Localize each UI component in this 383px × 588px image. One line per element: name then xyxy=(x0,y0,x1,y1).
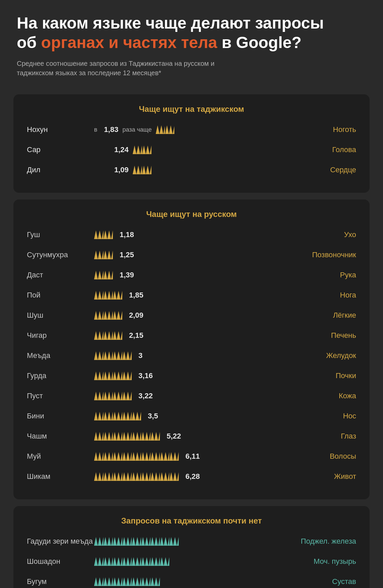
zz-seg xyxy=(94,331,103,340)
bar-value: 3,5 xyxy=(148,412,158,420)
zz-seg xyxy=(103,251,113,259)
zz-seg xyxy=(103,291,113,300)
zz-seg xyxy=(103,230,113,239)
bar-value: 2,09 xyxy=(129,311,143,320)
bar-value: 6,11 xyxy=(185,452,200,461)
header: На каком языке чаще делают запросы об ор… xyxy=(0,0,383,88)
zigzag-bar xyxy=(94,432,160,441)
zz-seg xyxy=(122,351,132,360)
zz-seg xyxy=(113,452,122,461)
zz-seg xyxy=(113,331,122,340)
left-label: Меъда xyxy=(27,351,94,360)
right-label: Живот xyxy=(289,472,356,481)
zz-seg xyxy=(94,371,103,380)
section-tajik-panel: Чаще ищут на таджикском Нохун в 1,83 раз… xyxy=(13,94,370,193)
zigzag-bar xyxy=(94,412,141,420)
left-label: Пуст xyxy=(27,392,94,400)
zz-seg xyxy=(103,392,113,400)
zz-seg xyxy=(151,537,160,546)
right-label: Поджел. железа xyxy=(289,537,356,546)
table-row: Пой 1,85 Нога xyxy=(27,288,356,303)
zz-seg xyxy=(94,230,103,239)
left-label: Гуш xyxy=(27,230,94,239)
main-title: На каком языке чаще делают запросы об ор… xyxy=(17,13,366,52)
zz-seg xyxy=(113,557,122,566)
table-row: Муй 6,11 Волосы xyxy=(27,449,356,464)
left-label: Шошадон xyxy=(27,557,94,566)
zz-seg xyxy=(122,371,132,380)
zz-seg xyxy=(122,452,132,461)
zz-seg xyxy=(94,537,103,546)
zz-seg xyxy=(94,412,103,420)
left-label: Даст xyxy=(27,271,94,279)
section-none-title: Запросов на таджикском почти нет xyxy=(27,516,356,526)
right-label: Моч. пузырь xyxy=(289,557,356,566)
zigzag-bar xyxy=(94,311,122,320)
zigzag-bar xyxy=(94,371,132,380)
left-label: Дил xyxy=(27,166,94,174)
zz-seg xyxy=(122,537,132,546)
table-row: Шуш 2,09 Лёгкие xyxy=(27,308,356,323)
table-row: Нохун в 1,83 раза чаще Ноготь xyxy=(27,122,356,137)
zz-seg xyxy=(122,557,132,566)
center-area: 3,5 xyxy=(94,412,289,420)
zz-seg xyxy=(103,331,113,340)
zz-seg xyxy=(94,271,103,279)
zz-seg xyxy=(94,432,103,441)
table-row: Чашм 5,22 Глаз xyxy=(27,429,356,444)
section-tajik-title: Чаще ищут на таджикском xyxy=(27,104,356,114)
zz-seg xyxy=(94,577,103,586)
table-row: Пуст 3,22 Кожа xyxy=(27,389,356,403)
zz-seg xyxy=(113,432,122,441)
zz-seg xyxy=(103,412,113,420)
center-area: 1,25 xyxy=(94,251,289,259)
table-row: Гурда 3,16 Почки xyxy=(27,368,356,383)
zz-seg xyxy=(169,472,179,481)
center-area: 3,22 xyxy=(94,392,289,400)
right-label: Желудок xyxy=(289,351,356,360)
title-part2: в Google? xyxy=(217,34,301,51)
zigzag-bar xyxy=(94,271,113,279)
zigzag-bar xyxy=(133,166,152,174)
table-row: Чигар 2,15 Печень xyxy=(27,328,356,343)
zz-seg xyxy=(122,577,132,586)
zz-seg xyxy=(103,472,113,481)
subtitle: Среднее соотношение запросов из Таджикис… xyxy=(17,59,218,78)
table-row: Шошадон Моч. пузырь xyxy=(27,554,356,569)
left-label: Чашм xyxy=(27,432,94,441)
zz-seg xyxy=(103,311,113,320)
zz-seg xyxy=(103,577,113,586)
zz-seg xyxy=(141,537,151,546)
zz-seg xyxy=(94,452,103,461)
left-label: Муй xyxy=(27,452,94,461)
table-row: Дил 1,09 Сердце xyxy=(27,163,356,177)
zz-seg xyxy=(141,577,151,586)
zz-seg xyxy=(103,271,113,279)
center-area: 3,16 xyxy=(94,371,289,380)
bar-value: 1,09 xyxy=(114,166,129,174)
left-label: Шикам xyxy=(27,472,94,481)
zz-seg xyxy=(151,557,160,566)
zigzag-bar xyxy=(94,351,132,360)
center-area: 5,22 xyxy=(94,432,289,441)
bar-value: 6,28 xyxy=(185,472,200,481)
zz-seg xyxy=(169,452,179,461)
title-highlight: органах и частях тела xyxy=(41,34,217,51)
zigzag-bar xyxy=(94,331,122,340)
center-area: 1,18 xyxy=(94,230,289,239)
zz-seg xyxy=(103,432,113,441)
right-label: Нога xyxy=(289,291,356,300)
right-label: Ноготь xyxy=(289,125,356,134)
center-area: 1,24 xyxy=(94,145,289,154)
bar-value: 1,85 xyxy=(129,291,143,300)
center-area: 2,15 xyxy=(94,331,289,340)
zz-seg xyxy=(113,371,122,380)
zz-seg xyxy=(113,351,122,360)
right-label: Печень xyxy=(289,331,356,340)
center-area: 2,09 xyxy=(94,311,289,320)
zz-seg xyxy=(151,452,160,461)
zz-seg xyxy=(113,577,122,586)
bar-value: 1,39 xyxy=(120,271,134,279)
right-label: Голова xyxy=(289,145,356,154)
zz-seg xyxy=(141,452,151,461)
